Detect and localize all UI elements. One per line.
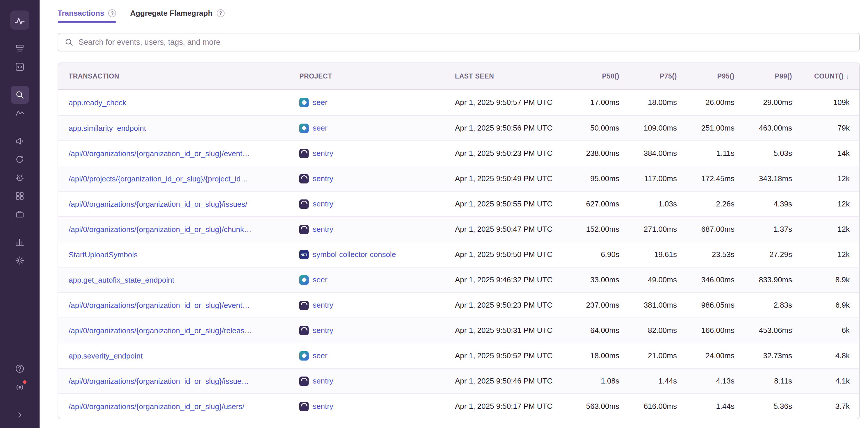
p50-value: 563.00ms [571, 402, 629, 411]
sidebar-item-insights[interactable] [11, 187, 29, 205]
transaction-link[interactable]: /api/0/organizations/{organization_id_or… [69, 301, 250, 310]
column-header-project: PROJECT [298, 72, 455, 80]
transaction-link[interactable]: /api/0/projects/{organization_id_or_slug… [69, 174, 248, 184]
transaction-link[interactable]: /api/0/organizations/{organization_id_or… [69, 200, 247, 209]
transaction-link[interactable]: StartUploadSymbols [69, 250, 137, 259]
sidebar-item-whats-new[interactable] [11, 378, 29, 396]
column-header-p99[interactable]: P99() [744, 72, 802, 80]
app-root: Transactions ? Aggregate Flamegraph ? TR… [0, 0, 868, 428]
p75-value: 271.00ms [629, 225, 686, 234]
count-value: 12k [802, 225, 859, 234]
sidebar-item-crons[interactable] [11, 169, 29, 187]
p95-value: 1.44s [686, 402, 744, 411]
tab-bar: Transactions ? Aggregate Flamegraph ? [58, 9, 860, 23]
column-header-p95[interactable]: P95() [686, 72, 744, 80]
project-link[interactable]: sentry [313, 225, 333, 234]
insights-icon [15, 191, 25, 201]
project-link[interactable]: seer [313, 351, 328, 360]
p99-value: 32.73ms [744, 351, 802, 360]
traces-icon [15, 108, 25, 118]
p99-value: 5.36s [744, 402, 802, 411]
column-header-p50[interactable]: P50() [571, 72, 629, 80]
project-platform-icon [299, 225, 309, 234]
main-content: Transactions ? Aggregate Flamegraph ? TR… [39, 0, 868, 428]
p95-value: 1.11s [686, 149, 744, 158]
project-link[interactable]: sentry [313, 199, 333, 208]
p99-value: 8.11s [744, 376, 802, 386]
project-link[interactable]: seer [313, 124, 328, 133]
project-platform-icon [299, 174, 309, 184]
project-link[interactable]: seer [313, 275, 328, 284]
sidebar-item-search[interactable] [11, 86, 29, 104]
search-icon [65, 38, 73, 46]
last-seen-value: Apr 1, 2025 9:50:17 PM UTC [455, 402, 571, 411]
project-link[interactable]: sentry [313, 402, 333, 411]
project-platform-icon [299, 250, 309, 259]
project-link[interactable]: sentry [313, 301, 333, 310]
sidebar-item-dashboards[interactable] [11, 233, 29, 251]
transaction-link[interactable]: app.ready_check [69, 98, 126, 107]
column-header-p75[interactable]: P75() [629, 72, 686, 80]
sidebar-item-issues[interactable] [11, 39, 29, 58]
p99-value: 4.39s [744, 199, 802, 208]
transaction-link[interactable]: app.similarity_endpoint [69, 124, 146, 133]
project-platform-icon [299, 326, 309, 335]
crons-icon [15, 173, 25, 183]
table-row: StartUploadSymbols symbol-collector-cons… [58, 242, 859, 267]
table-row: app.ready_check seer Apr 1, 2025 9:50:57… [58, 90, 859, 115]
transaction-link[interactable]: /api/0/organizations/{organization_id_or… [69, 225, 252, 234]
sort-desc-icon: ↓ [846, 72, 850, 80]
project-link[interactable]: symbol-collector-console [313, 250, 396, 259]
search-bar [58, 33, 860, 52]
transaction-link[interactable]: app.severity_endpoint [69, 352, 143, 361]
sidebar-item-traces[interactable] [11, 104, 29, 122]
project-link[interactable]: sentry [313, 149, 333, 158]
p50-value: 17.00ms [571, 98, 629, 107]
search-input[interactable] [78, 37, 853, 47]
p75-value: 384.00ms [629, 149, 686, 158]
explore-icon [15, 62, 25, 72]
table-row: /api/0/organizations/{organization_id_or… [58, 393, 859, 419]
project-link[interactable]: sentry [313, 376, 333, 386]
count-value: 3.7k [802, 402, 859, 411]
p50-value: 33.00ms [571, 275, 629, 284]
count-value: 8.9k [802, 275, 859, 284]
sentry-logo[interactable] [10, 10, 29, 30]
transaction-link[interactable]: /api/0/organizations/{organization_id_or… [69, 402, 244, 411]
project-link[interactable]: sentry [313, 174, 333, 183]
collapse-sidebar-button[interactable] [11, 406, 29, 424]
settings-icon [15, 256, 25, 265]
p75-value: 1.44s [629, 376, 686, 386]
p99-value: 2.83s [744, 301, 802, 310]
p95-value: 24.00ms [686, 351, 744, 360]
transaction-link[interactable]: app.get_autofix_state_endpoint [69, 276, 174, 285]
p75-value: 21.00ms [629, 351, 686, 360]
transaction-link[interactable]: /api/0/organizations/{organization_id_or… [69, 377, 249, 386]
releases-icon [15, 209, 25, 219]
column-header-count-label: COUNT() [814, 72, 843, 80]
sidebar-item-feedback[interactable] [11, 132, 29, 150]
tab-aggregate-flamegraph[interactable]: Aggregate Flamegraph ? [130, 9, 224, 23]
help-question-icon[interactable]: ? [108, 9, 116, 17]
sidebar-item-replays[interactable] [11, 150, 29, 168]
p95-value: 986.05ms [686, 301, 744, 310]
sidebar-item-explore[interactable] [11, 58, 29, 76]
p99-value: 343.18ms [744, 174, 802, 183]
project-link[interactable]: seer [313, 98, 328, 107]
project-platform-icon [299, 275, 309, 285]
table-row: /api/0/projects/{organization_id_or_slug… [58, 166, 859, 191]
sidebar-item-releases[interactable] [11, 205, 29, 223]
project-link[interactable]: sentry [313, 326, 333, 335]
sidebar-item-settings[interactable] [11, 252, 29, 269]
help-question-icon[interactable]: ? [217, 9, 224, 17]
sidebar-item-help[interactable] [11, 360, 29, 378]
last-seen-value: Apr 1, 2025 9:50:47 PM UTC [455, 225, 571, 234]
p50-value: 237.00ms [571, 301, 629, 310]
column-header-count[interactable]: COUNT() ↓ [802, 72, 859, 80]
transaction-link[interactable]: /api/0/organizations/{organization_id_or… [69, 149, 250, 158]
count-value: 12k [802, 174, 859, 183]
transaction-link[interactable]: /api/0/organizations/{organization_id_or… [69, 326, 252, 335]
p50-value: 6.90s [571, 250, 629, 259]
last-seen-value: Apr 1, 2025 9:50:23 PM UTC [455, 149, 571, 158]
tab-transactions[interactable]: Transactions ? [58, 9, 116, 23]
